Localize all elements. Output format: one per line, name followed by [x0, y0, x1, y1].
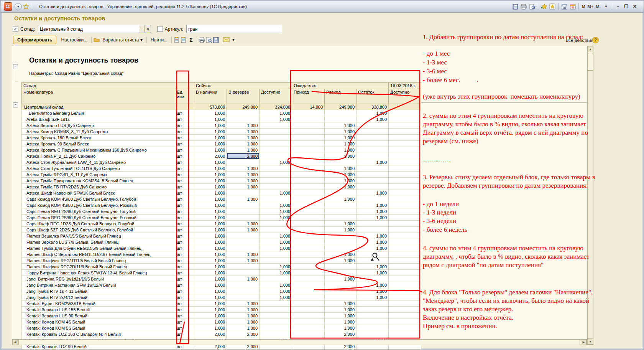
item-cell[interactable] [260, 122, 292, 129]
app-icon[interactable]: 1С [4, 2, 12, 11]
dropdown-circle-icon[interactable]: ▼ [15, 3, 22, 10]
item-cell[interactable] [356, 172, 389, 178]
item-cell[interactable] [325, 202, 356, 208]
item-cell[interactable] [260, 196, 292, 202]
warehouse-input[interactable]: Центральный склад [38, 25, 139, 33]
item-cell[interactable] [389, 159, 421, 165]
item-cell[interactable]: 1,000 [194, 258, 227, 264]
item-cell[interactable] [325, 233, 356, 239]
item-cell[interactable] [292, 294, 325, 300]
item-cell[interactable]: 1,000 [260, 264, 292, 270]
item-cell[interactable] [227, 116, 260, 122]
item-cell[interactable] [356, 313, 389, 319]
item-cell[interactable] [260, 300, 292, 307]
item-cell[interactable]: 2,000 [325, 153, 356, 159]
item-unit[interactable]: шт [175, 172, 194, 178]
article-checkbox[interactable] [157, 26, 163, 32]
item-unit[interactable]: шт [175, 116, 194, 122]
item-cell[interactable]: 1,000 [227, 221, 260, 227]
item-cell[interactable] [260, 313, 292, 319]
vertical-scroll-thumb[interactable] [587, 53, 593, 71]
item-cell[interactable] [292, 153, 325, 159]
item-unit[interactable]: шт [175, 294, 194, 300]
item-unit[interactable]: шт [175, 258, 194, 264]
item-cell[interactable]: 1,000 [194, 276, 227, 282]
item-cell[interactable] [356, 147, 389, 153]
item-cell[interactable] [227, 288, 260, 294]
item-cell[interactable]: 1,000 [227, 178, 260, 184]
item-cell[interactable] [389, 141, 421, 147]
header-reserve[interactable]: В резерве [227, 89, 260, 104]
item-cell[interactable]: 1,000 [227, 141, 260, 147]
item-unit[interactable]: шт [175, 251, 194, 258]
header-expense[interactable]: Расход [325, 89, 356, 104]
item-cell[interactable] [292, 221, 325, 227]
header-expected[interactable]: Ожидается [292, 83, 389, 89]
item-cell[interactable]: 2,000 [227, 153, 260, 159]
item-unit[interactable]: шт [175, 110, 194, 116]
item-unit[interactable]: шт [175, 147, 194, 153]
item-cell[interactable] [389, 245, 421, 251]
item-unit[interactable]: шт [175, 221, 194, 227]
item-cell[interactable] [260, 258, 292, 264]
item-cell[interactable] [325, 288, 356, 294]
item-unit[interactable]: шт [175, 159, 194, 165]
item-name[interactable]: Flames Шкафчик REG2D/11/9 Белый Белый Гл… [22, 264, 175, 270]
item-cell[interactable] [292, 178, 325, 184]
item-cell[interactable]: 1,000 [194, 233, 227, 239]
star-box-icon[interactable] [549, 3, 556, 10]
item-cell[interactable]: 1,000 [227, 165, 260, 172]
item-cell[interactable] [292, 270, 325, 276]
item-cell[interactable] [292, 129, 325, 135]
item-cell[interactable]: 1,000 [227, 147, 260, 153]
item-cell[interactable] [389, 282, 421, 288]
item-cell[interactable]: 1,000 [227, 300, 260, 307]
item-name[interactable]: Jang Тумба RTV 1s-4-11 Белый [22, 288, 175, 294]
item-cell[interactable]: 1,000 [194, 300, 227, 307]
item-cell[interactable] [260, 319, 292, 325]
item-cell[interactable] [227, 202, 260, 208]
scroll-down-icon[interactable]: ▼ [587, 338, 593, 345]
item-name[interactable]: Azteca Комод KOM4S_8_11 Дуб Санремо [22, 129, 175, 135]
item-cell[interactable]: 1,000 [227, 122, 260, 129]
item-cell[interactable] [260, 184, 292, 190]
chevron-down-icon[interactable]: ▼ [602, 3, 610, 10]
item-cell[interactable]: 1,000 [260, 270, 292, 276]
item-cell[interactable] [260, 325, 292, 331]
item-cell[interactable] [292, 184, 325, 190]
item-unit[interactable]: шт [175, 233, 194, 239]
item-cell[interactable]: 1,000 [325, 313, 356, 319]
item-cell[interactable] [356, 276, 389, 282]
item-cell[interactable] [260, 331, 292, 337]
item-cell[interactable]: 1,000 [194, 110, 227, 116]
calculator-icon[interactable] [560, 3, 568, 10]
item-cell[interactable] [389, 208, 421, 215]
item-cell[interactable]: 1,000 [194, 215, 227, 221]
item-cell[interactable] [260, 172, 292, 178]
item-unit[interactable]: шт [175, 135, 194, 141]
item-cell[interactable] [227, 208, 260, 215]
item-cell[interactable] [389, 122, 421, 129]
item-unit[interactable]: шт [175, 300, 194, 307]
item-cell[interactable] [292, 258, 325, 264]
item-cell[interactable]: 1,000 [325, 141, 356, 147]
item-cell[interactable]: 1,000 [194, 141, 227, 147]
item-cell[interactable] [389, 276, 421, 282]
item-unit[interactable]: шт [175, 264, 194, 270]
item-cell[interactable] [227, 239, 260, 245]
item-cell[interactable]: 1,000 [325, 147, 356, 153]
item-cell[interactable] [292, 313, 325, 319]
item-cell[interactable]: 2,000 [227, 331, 260, 337]
item-cell[interactable]: 1,000 [227, 325, 260, 331]
scroll-right-icon[interactable]: ▶ [581, 339, 586, 345]
item-name[interactable]: Kentaki Комод KOM 4S Белый [22, 319, 175, 325]
item-cell[interactable]: 1,000 [325, 307, 356, 313]
item-cell[interactable]: 1,000 [227, 196, 260, 202]
mail-icon[interactable] [223, 36, 230, 43]
item-cell[interactable] [389, 116, 421, 122]
item-name[interactable]: Caps Комод KOM 4S/80 Дуб Светлый Беллуно… [22, 202, 175, 208]
item-cell[interactable] [227, 245, 260, 251]
item-unit[interactable]: шт [175, 239, 194, 245]
group-collapse-icon[interactable]: − [13, 64, 18, 69]
item-name[interactable]: Flames Вешалка PAN/15/5 Белый Белый Глян… [22, 233, 175, 239]
